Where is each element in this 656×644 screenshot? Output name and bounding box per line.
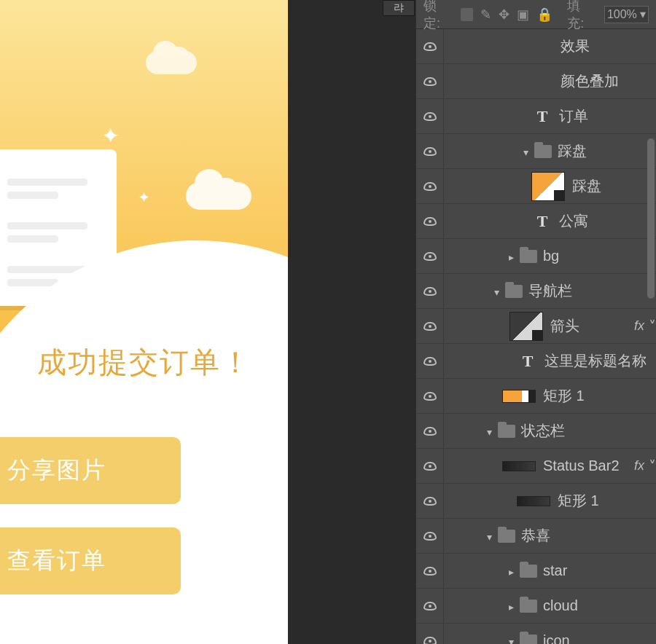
layer-thumbnail[interactable] xyxy=(509,312,543,341)
layer-name[interactable]: 导航栏 xyxy=(528,281,656,301)
chevron-right-icon[interactable] xyxy=(502,562,520,579)
layer-name[interactable]: star xyxy=(543,562,656,579)
eye-icon xyxy=(423,217,437,226)
layer-name[interactable]: bg xyxy=(543,248,656,264)
star-icon: ✦ xyxy=(102,124,119,148)
layer-name[interactable]: 状态栏 xyxy=(521,421,656,441)
visibility-toggle[interactable] xyxy=(416,169,444,203)
chevron-down-icon[interactable] xyxy=(517,143,534,160)
layer-row[interactable]: 矩形 1 xyxy=(416,484,656,519)
chevron-down-icon[interactable]: ▾ xyxy=(640,7,646,21)
chevron-down-icon[interactable] xyxy=(480,527,498,544)
chevron-down-icon[interactable]: ˅ xyxy=(649,318,656,335)
visibility-toggle[interactable] xyxy=(416,239,444,273)
visibility-toggle[interactable] xyxy=(416,484,444,518)
layers-panel: 锁定: ✎ ✥ ▣ 🔒 填充: 100% ▾ 效果颜色叠加T订单踩盘踩盘T公寓b… xyxy=(415,0,656,644)
visibility-toggle[interactable] xyxy=(416,589,444,623)
layer-row[interactable]: 恭喜 xyxy=(416,519,656,554)
eye-icon xyxy=(423,392,437,401)
layer-row[interactable]: Status Bar2fx˅ xyxy=(416,449,656,484)
layer-row[interactable]: 箭头fx˅ xyxy=(416,309,656,344)
eye-icon xyxy=(423,147,437,156)
fx-badge[interactable]: fx xyxy=(634,458,644,474)
layer-row[interactable]: 矩形 1 xyxy=(416,379,656,414)
layers-scrollbar[interactable] xyxy=(647,138,655,299)
visibility-toggle[interactable] xyxy=(416,379,444,413)
layer-row[interactable]: T公寓 xyxy=(416,204,656,239)
eye-icon xyxy=(423,42,437,51)
layer-thumbnail[interactable] xyxy=(531,172,565,201)
layer-thumbnail[interactable] xyxy=(502,390,536,403)
layer-name[interactable]: 箭头 xyxy=(550,316,634,336)
lock-all-icon[interactable]: 🔒 xyxy=(536,7,552,23)
eye-icon xyxy=(423,77,437,86)
visibility-toggle[interactable] xyxy=(416,624,444,644)
layer-name[interactable]: 订单 xyxy=(559,106,656,126)
layer-name[interactable]: 公寓 xyxy=(559,211,656,231)
eye-icon xyxy=(423,637,437,645)
chevron-down-icon[interactable] xyxy=(488,283,505,299)
layer-name[interactable]: 踩盘 xyxy=(558,141,656,161)
chevron-right-icon[interactable] xyxy=(502,248,520,264)
layer-row[interactable]: cloud xyxy=(416,589,656,624)
tool-indicator[interactable]: 랴 xyxy=(383,0,415,16)
eye-icon xyxy=(423,497,437,506)
layer-row[interactable]: bg xyxy=(416,239,656,274)
chevron-down-icon[interactable] xyxy=(480,423,498,439)
layer-row[interactable]: T这里是标题名称 xyxy=(416,344,656,379)
share-image-button[interactable]: 分享图片 xyxy=(0,437,181,504)
layer-name[interactable]: 矩形 1 xyxy=(543,386,656,406)
visibility-toggle[interactable] xyxy=(416,344,444,378)
visibility-toggle[interactable] xyxy=(416,134,444,168)
fill-value-input[interactable]: 100% ▾ xyxy=(604,6,649,23)
layer-row[interactable]: 踩盘 xyxy=(416,169,656,204)
layer-name[interactable]: icon xyxy=(543,632,656,644)
folder-icon xyxy=(520,565,537,578)
layer-row[interactable]: 状态栏 xyxy=(416,414,656,449)
visibility-toggle[interactable] xyxy=(416,29,444,63)
visibility-toggle[interactable] xyxy=(416,414,444,448)
layer-row[interactable]: icon xyxy=(416,624,656,644)
layer-name[interactable]: cloud xyxy=(543,597,656,614)
layer-name[interactable]: 效果 xyxy=(561,36,656,56)
layer-name[interactable]: Status Bar2 xyxy=(543,458,634,474)
layer-name[interactable]: 这里是标题名称 xyxy=(544,351,656,371)
layer-row[interactable]: 效果 xyxy=(416,29,656,64)
visibility-toggle[interactable] xyxy=(416,449,444,483)
visibility-toggle[interactable] xyxy=(416,554,444,588)
layer-name[interactable]: 踩盘 xyxy=(572,176,656,196)
layer-row[interactable]: 踩盘 xyxy=(416,134,656,169)
folder-icon xyxy=(505,285,523,298)
visibility-toggle[interactable] xyxy=(416,309,444,343)
eye-icon xyxy=(423,462,437,471)
chevron-right-icon[interactable] xyxy=(502,597,520,614)
eye-icon xyxy=(423,532,437,541)
folder-icon xyxy=(534,145,552,158)
visibility-toggle[interactable] xyxy=(416,99,444,133)
layer-row[interactable]: T订单 xyxy=(416,99,656,134)
text-layer-icon: T xyxy=(517,352,539,371)
fx-badge[interactable]: fx xyxy=(634,318,644,334)
lock-crop-icon[interactable]: ▣ xyxy=(517,7,529,23)
layer-name[interactable]: 矩形 1 xyxy=(558,491,656,511)
chevron-down-icon[interactable] xyxy=(502,632,520,644)
layer-row[interactable]: 颜色叠加 xyxy=(416,64,656,99)
visibility-toggle[interactable] xyxy=(416,204,444,238)
layer-name[interactable]: 颜色叠加 xyxy=(561,71,656,91)
chevron-down-icon[interactable]: ˅ xyxy=(649,458,656,475)
layer-row[interactable]: star xyxy=(416,554,656,589)
design-canvas[interactable]: ✦ ✦ 成功提交订单！ 分享图片 查看订单 xyxy=(0,0,288,644)
lock-transparent-icon[interactable] xyxy=(461,8,474,21)
layer-thumbnail[interactable] xyxy=(502,461,536,471)
layer-name[interactable]: 恭喜 xyxy=(521,526,656,546)
lock-move-icon[interactable]: ✥ xyxy=(499,7,509,23)
cloud-icon xyxy=(146,51,197,74)
layer-thumbnail[interactable] xyxy=(517,496,550,506)
view-orders-button[interactable]: 查看订单 xyxy=(0,527,181,594)
eye-icon xyxy=(423,182,437,191)
lock-brush-icon[interactable]: ✎ xyxy=(480,7,491,23)
visibility-toggle[interactable] xyxy=(416,274,444,308)
visibility-toggle[interactable] xyxy=(416,519,444,553)
visibility-toggle[interactable] xyxy=(416,64,444,98)
layer-row[interactable]: 导航栏 xyxy=(416,274,656,309)
